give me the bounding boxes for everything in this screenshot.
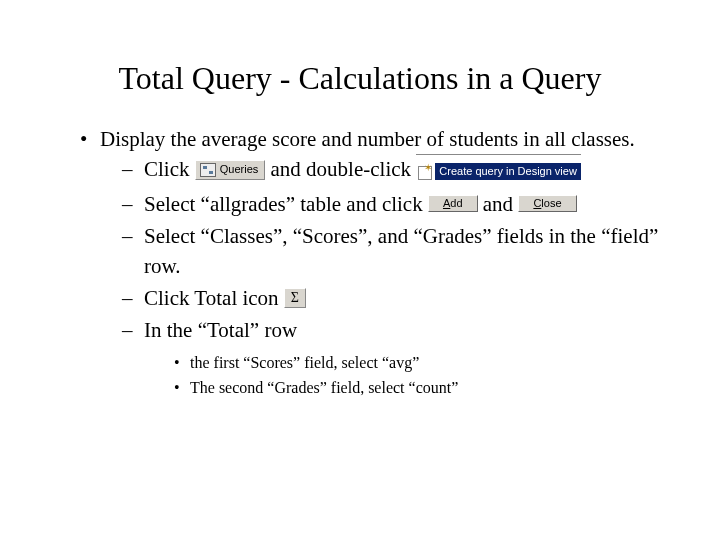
- slide-title: Total Query - Calculations in a Query: [50, 60, 670, 97]
- sub-total-row: In the “Total” row the first “Scores” fi…: [122, 316, 670, 399]
- total-sigma-button[interactable]: Σ: [284, 288, 306, 308]
- create-query-label: Create query in Design view: [435, 163, 581, 180]
- queries-button[interactable]: Queries: [195, 160, 266, 180]
- queries-label: Queries: [220, 162, 259, 174]
- subsub-avg: the first “Scores” field, select “avg”: [174, 352, 670, 374]
- bullet-list: Display the average score and number of …: [80, 125, 670, 399]
- subsub-count: The second “Grades” field, select “count…: [174, 377, 670, 399]
- new-query-icon: [418, 165, 432, 179]
- bullet-main: Display the average score and number of …: [80, 125, 670, 399]
- close-rest: lose: [541, 197, 561, 209]
- sub-select-table: Select “allgrades” table and click Add a…: [122, 190, 670, 219]
- sub-list: Click Queries and double-click Create qu…: [122, 155, 670, 399]
- text-select-pre: Select “allgrades” table and click: [144, 192, 428, 216]
- sub-click-queries: Click Queries and double-click Create qu…: [122, 155, 670, 186]
- sigma-icon: Σ: [291, 290, 299, 305]
- bullet-main-text: Display the average score and number of …: [100, 127, 635, 151]
- sub-click-total: Click Total icon Σ: [122, 284, 670, 313]
- text-click-mid: and double-click: [265, 157, 416, 181]
- sub-select-fields: Select “Classes”, “Scores”, and “Grades”…: [122, 222, 670, 281]
- text-click-pre: Click: [144, 157, 195, 181]
- text-select-mid: and: [478, 192, 519, 216]
- text-total: Click Total icon: [144, 286, 284, 310]
- queries-icon: [200, 163, 216, 177]
- add-rest: dd: [450, 197, 462, 209]
- text-total-row: In the “Total” row: [144, 318, 297, 342]
- add-button[interactable]: Add: [428, 195, 478, 212]
- subsub-list: the first “Scores” field, select “avg” T…: [174, 352, 670, 400]
- close-button[interactable]: Close: [518, 195, 576, 212]
- create-query-button[interactable]: Create query in Design view: [416, 154, 581, 184]
